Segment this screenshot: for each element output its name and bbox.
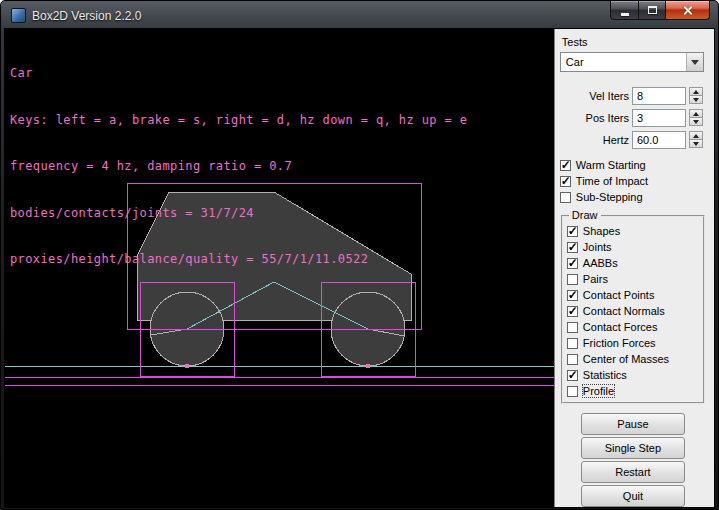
checkbox-box-icon (560, 176, 571, 187)
checkbox-box-icon (567, 258, 578, 269)
solver-options: Warm Starting Time of Impact Sub-Steppin… (560, 157, 706, 205)
minimize-button[interactable] (610, 1, 639, 20)
pause-button[interactable]: Pause (581, 413, 685, 435)
contact-point-rear (185, 364, 189, 368)
checkbox-box-icon (567, 338, 578, 349)
test-select-value: Car (561, 56, 686, 68)
draw-statistics-label: Statistics (583, 369, 627, 381)
sub-stepping-label: Sub-Stepping (576, 191, 643, 203)
warm-starting-label: Warm Starting (576, 159, 646, 171)
pos-iters-input[interactable]: 3 (632, 109, 686, 127)
checkbox-box-icon (567, 322, 578, 333)
time-of-impact-checkbox[interactable]: Time of Impact (560, 173, 706, 189)
time-of-impact-label: Time of Impact (576, 175, 648, 187)
info-line-test-name: Car (10, 66, 467, 82)
info-line-frequency: frequency = 4 hz, damping ratio = 0.7 (10, 159, 467, 175)
info-line-keys: Keys: left = a, brake = s, right = d, hz… (10, 113, 467, 129)
draw-contact-normals-label: Contact Normals (583, 305, 665, 317)
checkbox-box-icon (560, 192, 571, 203)
draw-shapes-label: Shapes (583, 225, 620, 237)
info-line-counts: bodies/contacts/joints = 31/7/24 (10, 206, 467, 222)
hertz-down-button[interactable] (689, 139, 703, 148)
quit-button[interactable]: Quit (581, 485, 685, 507)
test-select[interactable]: Car (560, 52, 704, 72)
iteration-controls: Vel Iters 8 Pos Iters 3 Hert (560, 86, 706, 149)
maximize-button[interactable] (638, 1, 666, 20)
draw-joints-label: Joints (583, 241, 612, 253)
draw-center-of-masses-checkbox[interactable]: Center of Masses (567, 351, 701, 367)
chevron-down-icon (691, 60, 699, 65)
checkbox-box-icon (567, 242, 578, 253)
draw-friction-forces-checkbox[interactable]: Friction Forces (567, 335, 701, 351)
hertz-input[interactable]: 60.0 (632, 131, 686, 149)
draw-profile-checkbox[interactable]: Profile (567, 383, 701, 399)
vel-iters-spinner (689, 87, 703, 104)
draw-contact-points-checkbox[interactable]: Contact Points (567, 287, 701, 303)
draw-statistics-checkbox[interactable]: Statistics (567, 367, 701, 383)
titlebar[interactable]: Box2D Version 2.2.0 (4, 3, 715, 28)
draw-pairs-label: Pairs (583, 273, 608, 285)
checkbox-box-icon (567, 306, 578, 317)
window-content: Car Keys: left = a, brake = s, right = d… (4, 28, 715, 508)
draw-contact-forces-label: Contact Forces (583, 321, 658, 333)
close-button[interactable] (665, 1, 710, 20)
sub-stepping-checkbox[interactable]: Sub-Stepping (560, 189, 706, 205)
vel-iters-input[interactable]: 8 (632, 87, 686, 105)
draw-shapes-checkbox[interactable]: Shapes (567, 223, 701, 239)
draw-friction-forces-label: Friction Forces (583, 337, 656, 349)
hertz-row: Hertz 60.0 (560, 130, 706, 149)
checkbox-box-icon (560, 160, 571, 171)
vel-iters-down-button[interactable] (689, 95, 703, 104)
vel-iters-row: Vel Iters 8 (560, 86, 706, 105)
draw-profile-label: Profile (583, 385, 614, 397)
tests-label: Tests (562, 36, 706, 48)
hertz-spinner (689, 131, 703, 148)
warm-starting-checkbox[interactable]: Warm Starting (560, 157, 706, 173)
maximize-icon (648, 6, 657, 14)
app-icon[interactable] (11, 8, 26, 23)
control-panel: Tests Car Vel Iters 8 Pos Iters 3 (554, 29, 714, 507)
pos-iters-row: Pos Iters 3 (560, 108, 706, 127)
contact-point-front (366, 364, 370, 368)
info-text: Car Keys: left = a, brake = s, right = d… (10, 35, 467, 299)
draw-aabbs-label: AABBs (583, 257, 618, 269)
pos-iters-spinner (689, 109, 703, 126)
single-step-button[interactable]: Single Step (581, 437, 685, 459)
draw-group-legend: Draw (569, 209, 601, 221)
draw-center-of-masses-label: Center of Masses (583, 353, 669, 365)
draw-aabbs-checkbox[interactable]: AABBs (567, 255, 701, 271)
checkbox-box-icon (567, 290, 578, 301)
dropdown-button[interactable] (686, 53, 703, 71)
vel-iters-label: Vel Iters (589, 90, 629, 102)
info-line-quality: proxies/height/balance/quality = 55/7/1/… (10, 252, 467, 268)
draw-contact-forces-checkbox[interactable]: Contact Forces (567, 319, 701, 335)
minimize-icon (621, 13, 629, 16)
window-controls (610, 1, 710, 20)
hertz-label: Hertz (603, 134, 629, 146)
checkbox-box-icon (567, 370, 578, 381)
window-title: Box2D Version 2.2.0 (32, 9, 141, 23)
simulation-canvas[interactable]: Car Keys: left = a, brake = s, right = d… (5, 29, 554, 507)
checkbox-box-icon (567, 354, 578, 365)
restart-button[interactable]: Restart (581, 461, 685, 483)
pos-iters-label: Pos Iters (586, 112, 629, 124)
draw-pairs-checkbox[interactable]: Pairs (567, 271, 701, 287)
app-window: Box2D Version 2.2.0 Car Keys: left = a, … (0, 0, 719, 510)
close-icon (682, 5, 693, 16)
checkbox-box-icon (567, 274, 578, 285)
draw-group: Draw Shapes Joints AABBs Pairs (561, 215, 705, 404)
checkbox-box-icon (567, 226, 578, 237)
draw-joints-checkbox[interactable]: Joints (567, 239, 701, 255)
checkbox-box-icon (567, 386, 578, 397)
action-buttons: Pause Single Step Restart Quit (560, 413, 706, 507)
pos-iters-down-button[interactable] (689, 117, 703, 126)
draw-contact-points-label: Contact Points (583, 289, 655, 301)
draw-contact-normals-checkbox[interactable]: Contact Normals (567, 303, 701, 319)
